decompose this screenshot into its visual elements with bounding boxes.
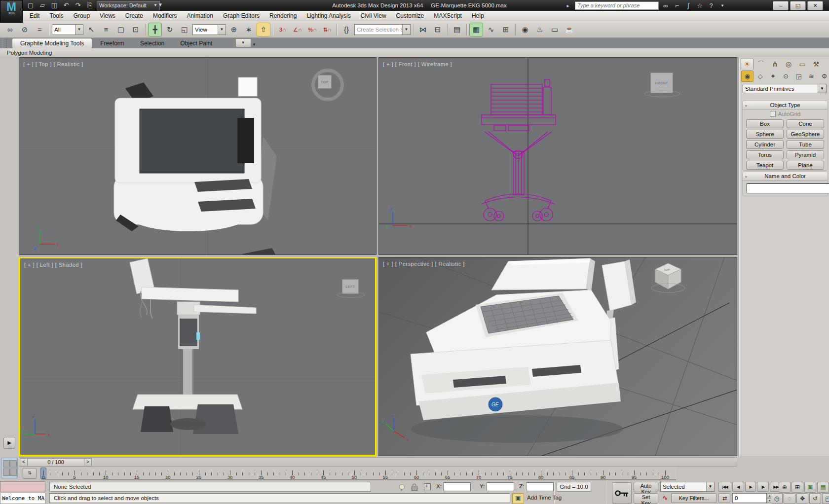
autogrid-checkbox[interactable]: [770, 111, 776, 117]
angle-snap-toggle-icon[interactable]: ∠∩: [291, 23, 304, 36]
menu-tools[interactable]: Tools: [45, 11, 69, 21]
viewport-layout-tabs-icon[interactable]: [1, 458, 18, 478]
systems-category-icon[interactable]: ⚙: [818, 71, 829, 82]
next-frame-button[interactable]: |▶: [757, 482, 769, 492]
time-slider-handle[interactable]: 0 / 100: [27, 458, 84, 467]
create-plane-button[interactable]: Plane: [787, 161, 824, 170]
go-to-start-button[interactable]: |◀◀: [718, 482, 731, 492]
viewport-front[interactable]: GE z x y [ + ] [ Front ] [ Wireframe ] F…: [378, 57, 737, 255]
minimize-button[interactable]: –: [773, 1, 789, 10]
menu-lighting-analysis[interactable]: Lighting Analysis: [301, 11, 355, 21]
create-torus-button[interactable]: Torus: [746, 150, 784, 159]
render-production-icon[interactable]: ☕: [563, 23, 576, 36]
previous-frame-button[interactable]: ◀|: [732, 482, 744, 492]
select-by-name-icon[interactable]: ≡: [99, 23, 113, 36]
isolate-selection-icon[interactable]: [397, 482, 407, 492]
viewport-left-label[interactable]: [ + ] [ Left ] [ Shaded ]: [24, 262, 82, 268]
viewport-perspective-label[interactable]: [ + ] [ Perspective ] [ Realistic ]: [383, 261, 465, 267]
ribbon-tab-object-paint[interactable]: Object Paint: [172, 38, 220, 48]
snap-toggle-3d-icon[interactable]: 3∩: [276, 23, 290, 36]
ribbon-minimize-icon[interactable]: ▼: [235, 38, 251, 47]
graphite-ribbon-toggle-icon[interactable]: ▦: [469, 23, 483, 36]
render-setup-icon[interactable]: ♨: [533, 23, 547, 36]
zoom-extents-all-icon[interactable]: ▦: [817, 482, 829, 493]
motion-tab-icon[interactable]: ◎: [782, 59, 795, 70]
maxscript-macro-recorder[interactable]: [0, 481, 45, 492]
default-in-out-tangents-icon[interactable]: ∿: [660, 493, 670, 503]
create-geosphere-button[interactable]: GeoSphere: [787, 130, 824, 139]
window-crossing-toggle-icon[interactable]: ⊡: [129, 23, 143, 36]
viewcube-top[interactable]: TOP: [318, 75, 332, 89]
z-coord-field[interactable]: [526, 482, 554, 491]
create-box-button[interactable]: Box: [746, 119, 784, 128]
x-coord-field[interactable]: [443, 482, 471, 491]
open-mini-curve-editor-icon[interactable]: ⇅: [23, 468, 37, 479]
select-and-manipulate-icon[interactable]: ∗: [242, 23, 256, 36]
zoom-region-icon[interactable]: ◌: [784, 493, 795, 504]
viewport-perspective[interactable]: GE TOP z x y [ + ] [ Perspective ] [ Rea…: [378, 257, 737, 456]
lights-category-icon[interactable]: ✦: [767, 71, 779, 82]
menu-modifiers[interactable]: Modifiers: [148, 11, 182, 21]
curve-editor-icon[interactable]: ∿: [484, 23, 498, 36]
y-coord-field[interactable]: [487, 482, 514, 491]
name-color-rollout-header[interactable]: - Name and Color: [743, 172, 828, 180]
reference-coordinate-dropdown[interactable]: View▼: [192, 24, 226, 35]
favorites-star-icon[interactable]: ☆: [695, 2, 704, 9]
ribbon-tab-graphite-modeling-tools[interactable]: Graphite Modeling Tools: [12, 38, 92, 48]
close-button[interactable]: ✕: [807, 1, 823, 10]
create-tab-icon[interactable]: ☀: [741, 59, 754, 70]
viewport-top[interactable]: y x z [ + ] [ Top ] [ Realistic ] TOP: [19, 57, 377, 255]
zoom-icon[interactable]: ⊕: [779, 482, 791, 493]
search-go-icon[interactable]: ▸: [564, 3, 572, 8]
keyboard-shortcut-override-icon[interactable]: ⇧: [257, 23, 270, 36]
utilities-tab-icon[interactable]: ⚒: [810, 59, 823, 70]
menu-help[interactable]: Help: [467, 11, 489, 21]
menu-graph-editors[interactable]: Graph Editors: [218, 11, 264, 21]
space-warps-category-icon[interactable]: ≋: [805, 71, 818, 82]
ribbon-minimize-flyout-icon[interactable]: ▾: [253, 42, 256, 47]
object-type-rollout-header[interactable]: - Object Type: [743, 101, 828, 109]
key-filters-button[interactable]: Key Filters...: [671, 493, 716, 503]
set-keys-button[interactable]: [612, 482, 632, 504]
add-time-tag[interactable]: Add Time Tag: [527, 495, 562, 501]
selection-lock-icon[interactable]: [410, 482, 419, 492]
schematic-view-icon[interactable]: ⊞: [499, 23, 513, 36]
edit-named-selection-sets-icon[interactable]: {}: [339, 23, 353, 36]
adaptive-degradation-icon[interactable]: ▣: [512, 493, 524, 504]
use-pivot-point-center-icon[interactable]: ⊕: [227, 23, 241, 36]
key-selection-dropdown[interactable]: Selected ▼: [660, 482, 715, 492]
absolute-offset-mode-icon[interactable]: [422, 482, 432, 492]
select-and-rotate-icon[interactable]: ↻: [163, 23, 177, 36]
viewport-tabs-arrow-button[interactable]: ▶: [3, 437, 15, 449]
set-key-button[interactable]: Set Key: [634, 493, 658, 504]
key-mode-toggle-icon[interactable]: ⇄: [718, 493, 730, 503]
menu-group[interactable]: Group: [69, 11, 95, 21]
undo-icon[interactable]: ↶: [61, 1, 71, 10]
polygon-modeling-panel[interactable]: Polygon Modeling: [0, 50, 52, 56]
layer-manager-icon[interactable]: ▤: [450, 23, 464, 36]
select-object-icon[interactable]: ↖: [84, 23, 98, 36]
maxscript-listener[interactable]: Welcome to MA: [0, 493, 45, 504]
mirror-icon[interactable]: ⋈: [416, 23, 430, 36]
communication-center-icon[interactable]: ∫: [684, 2, 693, 9]
ribbon-tab-freeform[interactable]: Freeform: [92, 38, 132, 48]
track-bar[interactable]: 0510152025303540455055606570758085909510…: [41, 467, 676, 480]
hierarchy-tab-icon[interactable]: ⋔: [768, 59, 781, 70]
object-name-input[interactable]: [747, 183, 829, 193]
search-input[interactable]: [575, 1, 659, 10]
create-tube-button[interactable]: Tube: [787, 140, 824, 149]
geometry-category-icon[interactable]: ◉: [741, 71, 754, 82]
object-category-dropdown[interactable]: Standard Primitives ▼: [743, 84, 827, 93]
redo-icon[interactable]: ↷: [73, 1, 83, 10]
time-configuration-icon[interactable]: ◷: [771, 493, 783, 504]
open-file-icon[interactable]: ▱: [38, 1, 47, 10]
help-flyout-icon[interactable]: ▾: [718, 3, 727, 8]
viewport-top-label[interactable]: [ + ] [ Top ] [ Realistic ]: [23, 61, 83, 67]
restore-button[interactable]: ◱: [790, 1, 806, 10]
workspace-dropdown[interactable]: Workspace: Default ▼: [97, 1, 160, 10]
application-menu-button[interactable]: M 3DS: [0, 0, 23, 23]
selection-filter-dropdown[interactable]: All▼: [52, 24, 83, 35]
unlink-selection-icon[interactable]: ⊘: [18, 23, 32, 36]
percent-snap-toggle-icon[interactable]: %∩: [305, 23, 319, 36]
material-editor-icon[interactable]: ◉: [518, 23, 532, 36]
